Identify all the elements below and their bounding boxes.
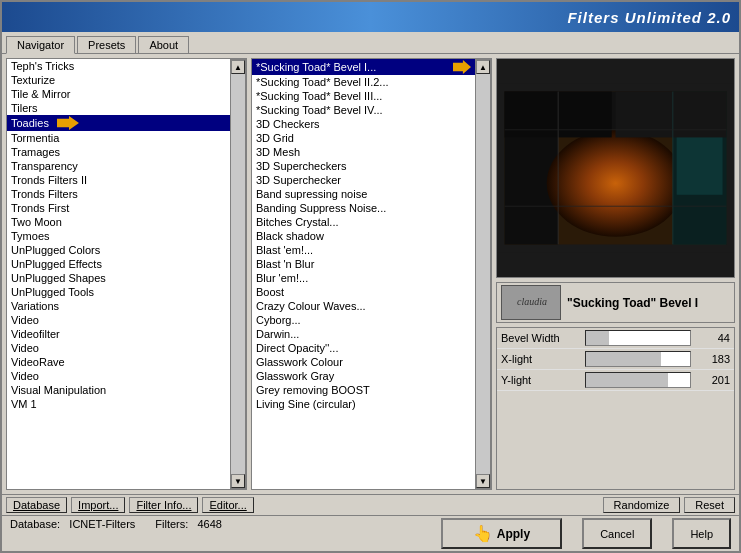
scroll-down-arrow[interactable]: ▼ [231, 474, 245, 488]
list-item[interactable]: Tymoes [7, 229, 230, 243]
list-item[interactable]: Video [7, 313, 230, 327]
main-window: Filters Unlimited 2.0 Navigator Presets … [0, 0, 741, 553]
list-item[interactable]: Tormentia [7, 131, 230, 145]
list-item[interactable]: Tramages [7, 145, 230, 159]
title-bar: Filters Unlimited 2.0 [2, 2, 739, 32]
filter-list-item[interactable]: 3D Grid [252, 131, 475, 145]
import-button[interactable]: Import... [71, 497, 125, 513]
filter-list-item[interactable]: Banding Suppress Noise... [252, 201, 475, 215]
list-item-unplugged-colors[interactable]: UnPlugged Colors [7, 243, 230, 257]
filter-list-item[interactable]: 3D Supercheckers [252, 159, 475, 173]
param-row-bevel: Bevel Width 44 [497, 328, 734, 349]
list-item[interactable]: Tronds Filters [7, 187, 230, 201]
filter-list-item[interactable]: Cyborg... [252, 313, 475, 327]
scroll-track[interactable] [231, 74, 245, 474]
filter-list: *Sucking Toad* Bevel I... *Sucking Toad*… [252, 59, 475, 489]
filter-list-item[interactable]: *Sucking Toad* Bevel IV... [252, 103, 475, 117]
list-item[interactable]: Tile & Mirror [7, 87, 230, 101]
filter-list-item[interactable]: Blast 'em!... [252, 243, 475, 257]
right-panel: claudia "Sucking Toad" Bevel I Bevel Wid… [496, 58, 735, 490]
filter-list-item[interactable]: Darwin... [252, 327, 475, 341]
list-item[interactable]: Tronds First [7, 201, 230, 215]
scroll-up-arrow[interactable]: ▲ [231, 60, 245, 74]
help-button[interactable]: Help [672, 518, 731, 549]
param-value-bevel: 44 [695, 332, 730, 344]
main-content: Teph's Tricks Texturize Tile & Mirror Ti… [2, 54, 739, 494]
list-item-unplugged-shapes[interactable]: UnPlugged Shapes [7, 271, 230, 285]
filter-list-item[interactable]: Glasswork Colour [252, 355, 475, 369]
svg-rect-7 [677, 134, 723, 195]
scroll-up-arrow[interactable]: ▲ [476, 60, 490, 74]
middle-panel: *Sucking Toad* Bevel I... *Sucking Toad*… [251, 58, 492, 490]
filters-status: Filters: 4648 [155, 518, 222, 549]
list-item[interactable]: VM 1 [7, 397, 230, 411]
cancel-button[interactable]: Cancel [582, 518, 652, 549]
param-label: X-light [501, 353, 581, 365]
tab-about[interactable]: About [138, 36, 189, 53]
filter-list-item[interactable]: *Sucking Toad* Bevel III... [252, 89, 475, 103]
param-value-ylight: 201 [695, 374, 730, 386]
preview-canvas [497, 59, 734, 277]
filter-list-item[interactable]: Blur 'em!... [252, 271, 475, 285]
scroll-track[interactable] [476, 74, 490, 474]
params-panel: Bevel Width 44 X-light 183 Y-light [496, 327, 735, 490]
param-slider-ylight[interactable] [585, 372, 691, 388]
tab-bar: Navigator Presets About [2, 32, 739, 54]
list-item-variations[interactable]: Variations [7, 299, 230, 313]
param-slider-xlight[interactable] [585, 351, 691, 367]
toadies-arrow-icon [57, 116, 79, 130]
filter-list-item[interactable]: Living Sine (circular) [252, 397, 475, 411]
filter-list-item-selected[interactable]: *Sucking Toad* Bevel I... [252, 59, 475, 75]
list-item-unplugged-tools[interactable]: UnPlugged Tools [7, 285, 230, 299]
filter-list-item-grey-boost[interactable]: Grey removing BOOST [252, 383, 475, 397]
list-item[interactable]: Videofilter [7, 327, 230, 341]
filter-list-item[interactable]: Black shadow [252, 229, 475, 243]
svg-text:claudia: claudia [517, 296, 547, 307]
filter-list-item[interactable]: 3D Superchecker [252, 173, 475, 187]
filter-list-item[interactable]: 3D Checkers [252, 117, 475, 131]
middle-scrollbar[interactable]: ▲ ▼ [475, 59, 491, 489]
list-item-toadies[interactable]: Toadies [7, 115, 230, 131]
list-item[interactable]: Video [7, 369, 230, 383]
apply-button[interactable]: 👆 Apply [441, 518, 562, 549]
list-item[interactable]: UnPlugged Effects [7, 257, 230, 271]
param-slider-bevel[interactable] [585, 330, 691, 346]
list-item[interactable]: Video [7, 341, 230, 355]
svg-rect-9 [616, 92, 727, 138]
list-item[interactable]: Two Moon [7, 215, 230, 229]
randomize-button[interactable]: Randomize [603, 497, 681, 513]
editor-button[interactable]: Editor... [202, 497, 253, 513]
list-item[interactable]: Tronds Filters II [7, 173, 230, 187]
filter-list-item[interactable]: Band supressing noise [252, 187, 475, 201]
list-item[interactable]: VideoRave [7, 355, 230, 369]
filter-name-label: "Sucking Toad" Bevel I [567, 296, 730, 310]
param-value-xlight: 183 [695, 353, 730, 365]
svg-point-5 [547, 130, 685, 237]
list-item[interactable]: Tilers [7, 101, 230, 115]
preview-area [496, 58, 735, 278]
param-row-ylight: Y-light 201 [497, 370, 734, 391]
filter-list-item[interactable]: Crazy Colour Waves... [252, 299, 475, 313]
left-scrollbar[interactable]: ▲ ▼ [230, 59, 246, 489]
tab-navigator[interactable]: Navigator [6, 36, 75, 54]
filter-list-item[interactable]: Glasswork Gray [252, 369, 475, 383]
list-item[interactable]: Teph's Tricks [7, 59, 230, 73]
filter-list-item[interactable]: *Sucking Toad* Bevel II.2... [252, 75, 475, 89]
filter-list-item[interactable]: Blast 'n Blur [252, 257, 475, 271]
database-button[interactable]: Database [6, 497, 67, 513]
filter-arrow-icon [453, 60, 471, 74]
list-item[interactable]: Texturize [7, 73, 230, 87]
scroll-down-arrow[interactable]: ▼ [476, 474, 490, 488]
filter-list-item[interactable]: Boost [252, 285, 475, 299]
param-label: Y-light [501, 374, 581, 386]
reset-button[interactable]: Reset [684, 497, 735, 513]
list-item[interactable]: Transparency [7, 159, 230, 173]
hand-icon: 👆 [473, 524, 493, 543]
tab-presets[interactable]: Presets [77, 36, 136, 53]
filter-list-item[interactable]: 3D Mesh [252, 145, 475, 159]
filter-list-item[interactable]: Direct Opacity''... [252, 341, 475, 355]
param-row-xlight: X-light 183 [497, 349, 734, 370]
filter-info-button[interactable]: Filter Info... [129, 497, 198, 513]
list-item[interactable]: Visual Manipulation [7, 383, 230, 397]
filter-list-item[interactable]: Bitches Crystal... [252, 215, 475, 229]
